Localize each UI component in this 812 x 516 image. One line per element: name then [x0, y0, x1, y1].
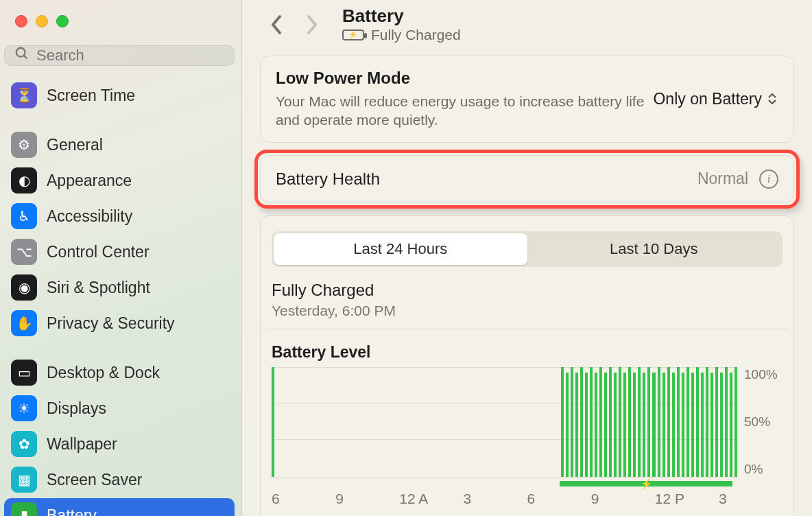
screen-time-icon: ⏳ [11, 82, 37, 108]
y-tick-0: 0% [744, 462, 783, 477]
sidebar-item-label: Screen Time [47, 86, 135, 105]
nav-forward-button[interactable] [294, 8, 329, 42]
sidebar-list: ⏳Screen Time⚙General◐Appearance♿︎Accessi… [0, 78, 241, 516]
sidebar: ⏳Screen Time⚙General◐Appearance♿︎Accessi… [0, 0, 242, 516]
charge-status-subtitle: Yesterday, 6:00 PM [272, 303, 783, 319]
low-power-mode-popup[interactable]: Only on Battery [653, 90, 778, 108]
close-window-button[interactable] [15, 15, 27, 27]
sidebar-item-screen-saver[interactable]: ▩Screen Saver [4, 462, 235, 497]
sidebar-item-label: Accessibility [47, 207, 132, 226]
x-tick: 3 [463, 491, 527, 507]
sidebar-item-wallpaper[interactable]: ✿Wallpaper [4, 427, 235, 461]
popup-stepper-icon [766, 91, 778, 107]
chart-y-axis: 100% 50% 0% [737, 367, 783, 477]
siri-spotlight-icon: ◉ [11, 274, 37, 301]
battery-charged-icon [342, 30, 364, 40]
minimize-window-button[interactable] [36, 15, 48, 27]
sidebar-item-label: Wallpaper [47, 435, 117, 454]
tab-last-24-hours[interactable]: Last 24 Hours [274, 233, 527, 265]
battery-health-highlight: Battery Health Normal i [260, 155, 794, 203]
info-icon[interactable]: i [759, 169, 778, 189]
low-power-mode-description: Your Mac will reduce energy usage to inc… [276, 92, 653, 130]
time-range-segmented: Last 24 Hours Last 10 Days [272, 231, 783, 267]
battery-usage-card: Last 24 Hours Last 10 Days Fully Charged… [260, 215, 794, 516]
x-tick: 6 [272, 491, 335, 507]
page-title: Battery [342, 5, 461, 27]
header: Battery Fully Charged [260, 5, 794, 43]
x-tick: 12 A [399, 491, 463, 507]
charge-status-title: Fully Charged [272, 281, 783, 300]
battery-level-chart-title: Battery Level [272, 343, 783, 362]
sidebar-item-general[interactable]: ⚙General [4, 128, 235, 162]
appearance-icon: ◐ [11, 167, 37, 194]
sidebar-item-siri-spotlight[interactable]: ◉Siri & Spotlight [4, 270, 235, 305]
sidebar-item-label: Screen Saver [47, 471, 142, 489]
x-tick: 6 [527, 491, 591, 507]
svg-line-1 [24, 56, 27, 59]
fullscreen-window-button[interactable] [56, 15, 69, 27]
x-tick: 3 [719, 491, 783, 507]
battery-health-status: Normal [697, 169, 748, 188]
y-tick-100: 100% [744, 367, 783, 382]
sidebar-item-screen-time[interactable]: ⏳Screen Time [4, 78, 235, 113]
battery-icon: ▮ [11, 502, 37, 516]
sidebar-item-label: Control Center [47, 243, 150, 261]
sidebar-item-control-center[interactable]: ⌥Control Center [4, 235, 235, 269]
sidebar-item-label: General [47, 136, 103, 154]
accessibility-icon: ♿︎ [11, 203, 37, 229]
main-content: Battery Fully Charged Low Power Mode You… [242, 0, 812, 516]
wallpaper-icon: ✿ [11, 431, 37, 457]
low-power-mode-row: Low Power Mode Your Mac will reduce ener… [260, 56, 794, 143]
search-icon [14, 46, 29, 65]
svg-point-0 [16, 48, 25, 57]
page-subtitle: Fully Charged [342, 27, 461, 43]
page-subtitle-text: Fully Charged [371, 27, 461, 43]
window-traffic-lights [0, 15, 241, 27]
search-input[interactable] [36, 47, 225, 64]
sidebar-item-label: Battery [47, 506, 97, 517]
control-center-icon: ⌥ [11, 239, 37, 265]
general-icon: ⚙ [11, 132, 37, 158]
privacy-security-icon: ✋ [11, 310, 37, 336]
sidebar-item-privacy-security[interactable]: ✋Privacy & Security [4, 306, 235, 340]
desktop-dock-icon: ▭ [11, 360, 37, 386]
battery-health-row[interactable]: Battery Health Normal i [260, 155, 794, 203]
search-field[interactable] [4, 45, 235, 66]
battery-health-title: Battery Health [276, 169, 380, 189]
sidebar-item-appearance[interactable]: ◐Appearance [4, 163, 235, 198]
sidebar-item-displays[interactable]: ☀Displays [4, 391, 235, 425]
sidebar-item-label: Desktop & Dock [47, 364, 160, 382]
nav-back-button[interactable] [260, 8, 294, 42]
sidebar-item-accessibility[interactable]: ♿︎Accessibility [4, 199, 235, 233]
sidebar-item-label: Privacy & Security [47, 314, 175, 333]
x-tick: 9 [591, 491, 655, 507]
low-power-mode-title: Low Power Mode [276, 69, 653, 88]
sidebar-item-label: Appearance [47, 172, 132, 190]
sidebar-item-label: Displays [47, 399, 106, 418]
low-power-mode-value: Only on Battery [653, 90, 762, 108]
displays-icon: ☀ [11, 395, 37, 421]
tab-last-10-days[interactable]: Last 10 Days [527, 233, 781, 265]
screen-saver-icon: ▩ [11, 467, 37, 493]
x-tick: 9 [335, 491, 399, 507]
sidebar-item-desktop-dock[interactable]: ▭Desktop & Dock [4, 355, 235, 390]
x-tick: 12 P [655, 491, 719, 507]
sidebar-item-battery[interactable]: ▮Battery [4, 498, 235, 516]
battery-level-chart: ⚡ 100% 50% 0% [266, 367, 788, 477]
sidebar-item-label: Siri & Spotlight [47, 279, 150, 297]
y-tick-50: 50% [744, 414, 783, 430]
